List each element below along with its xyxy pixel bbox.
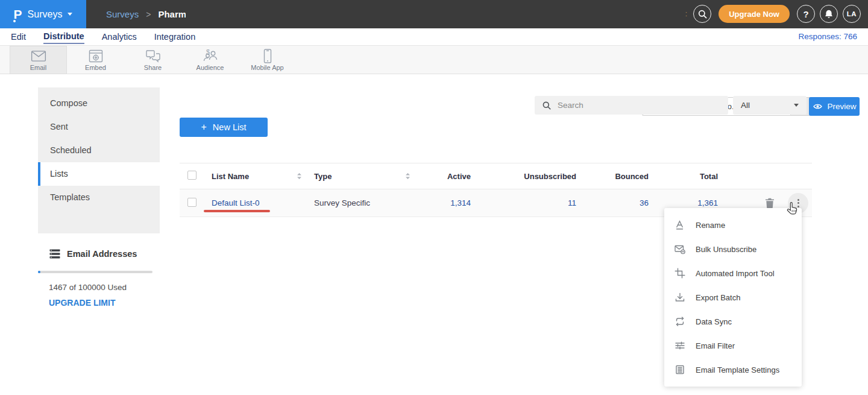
unsubscribed-count[interactable]: 11: [471, 198, 576, 207]
search-icon: [697, 8, 708, 19]
menu-item-label: Rename: [696, 221, 725, 230]
channel-share-label: Share: [144, 64, 162, 71]
email-filter-icon: [675, 340, 685, 351]
channel-audience-label: Audience: [197, 64, 224, 71]
channel-share[interactable]: Share: [124, 46, 181, 74]
email-addresses-panel: Email Addresses 1467 of 100000 Used UPGR…: [38, 233, 160, 308]
header-list-name: List Name: [212, 172, 249, 181]
menu-item-label: Bulk Unsubscribe: [696, 245, 756, 254]
audience-icon: $: [202, 49, 219, 63]
sort-icon[interactable]: [402, 171, 413, 182]
questionpro-logo-icon: P: [14, 8, 22, 21]
list-bars-icon: [49, 249, 61, 259]
survey-subnav: Edit Distribute Analytics Integration Re…: [0, 28, 868, 46]
distribute-toolbar: Email Embed Share: [0, 46, 868, 74]
notifications-button[interactable]: [820, 5, 838, 23]
list-actions-menu: Rename Bulk Unsubscribe Automated Import…: [664, 208, 802, 387]
truncated-text: :: [685, 10, 687, 18]
automated-import-icon: [675, 268, 685, 279]
delete-list-button[interactable]: [765, 198, 775, 209]
header-active: Active: [423, 172, 471, 181]
search-button[interactable]: [693, 5, 711, 23]
menu-item-label: Automated Import Tool: [696, 269, 775, 278]
email-sidebar: Compose Sent Scheduled Lists Templates E…: [38, 87, 160, 308]
email-usage-progress-fill: [38, 271, 40, 273]
bounced-count[interactable]: 36: [576, 198, 649, 207]
list-type: Survey Specific: [314, 198, 370, 207]
channel-mobile-app[interactable]: Mobile App: [239, 46, 296, 74]
search-icon: [541, 100, 552, 111]
top-navbar: P Surveys Surveys > Pharma : Upgrade Now…: [0, 0, 868, 28]
channel-embed-label: Embed: [85, 64, 106, 71]
caret-down-icon: [68, 13, 72, 16]
mobile-icon: [259, 49, 276, 63]
help-button[interactable]: ?: [797, 5, 815, 23]
table-header-row: List Name Type Active Unsubscribed Bounc…: [180, 163, 812, 189]
select-all-checkbox[interactable]: [187, 171, 197, 180]
sort-icon[interactable]: [294, 171, 304, 182]
red-annotation-underline: [204, 210, 270, 212]
email-icon: [30, 49, 47, 63]
share-icon: [145, 49, 162, 63]
search-input[interactable]: [558, 101, 722, 110]
trash-icon: [765, 198, 775, 209]
embed-icon: [87, 49, 104, 63]
menu-item-automated-import[interactable]: Automated Import Tool: [664, 261, 802, 285]
menu-item-email-template-settings[interactable]: Email Template Settings: [664, 358, 802, 382]
sidebar-item-templates[interactable]: Templates: [38, 186, 160, 209]
menu-item-bulk-unsubscribe[interactable]: Bulk Unsubscribe: [664, 237, 802, 261]
row-checkbox[interactable]: [187, 198, 197, 207]
menu-item-label: Export Batch: [696, 293, 740, 302]
active-count[interactable]: 1,314: [423, 198, 471, 207]
list-name-link[interactable]: Default List-0: [212, 198, 260, 207]
email-template-settings-icon: [675, 364, 685, 375]
channel-email-label: Email: [30, 64, 47, 71]
header-bounced: Bounced: [576, 172, 649, 181]
menu-item-rename[interactable]: Rename: [664, 213, 802, 237]
breadcrumb-survey-name: Pharma: [158, 9, 186, 19]
total-count[interactable]: 1,361: [649, 198, 718, 207]
header-unsubscribed: Unsubscribed: [471, 172, 576, 181]
responses-count[interactable]: Responses: 766: [798, 32, 857, 41]
menu-item-export-batch[interactable]: Export Batch: [664, 285, 802, 309]
tab-integration[interactable]: Integration: [154, 31, 196, 43]
channel-audience[interactable]: $ Audience: [181, 46, 239, 74]
tab-edit[interactable]: Edit: [11, 31, 26, 43]
filter-dropdown[interactable]: All: [733, 96, 807, 115]
menu-item-data-sync[interactable]: Data Sync: [664, 309, 802, 333]
data-sync-icon: [675, 316, 685, 327]
product-switcher-label: Surveys: [28, 9, 63, 20]
preview-button[interactable]: Preview: [809, 97, 860, 116]
sidebar-item-lists[interactable]: Lists: [38, 162, 160, 186]
breadcrumb-surveys-link[interactable]: Surveys: [106, 9, 139, 19]
filter-dropdown-value: All: [741, 101, 750, 110]
channel-mobile-label: Mobile App: [251, 64, 283, 71]
export-batch-icon: [675, 292, 685, 303]
upgrade-now-button[interactable]: Upgrade Now: [719, 5, 790, 23]
plus-icon: +: [201, 122, 207, 133]
header-type: Type: [314, 172, 332, 181]
menu-item-label: Email Filter: [696, 341, 735, 350]
eye-icon: [812, 101, 823, 112]
breadcrumb: Surveys > Pharma: [106, 0, 186, 28]
product-switcher[interactable]: P Surveys: [0, 0, 86, 28]
tab-analytics[interactable]: Analytics: [102, 31, 137, 43]
caret-down-icon: [794, 104, 799, 107]
bell-icon: [823, 8, 834, 19]
new-list-button[interactable]: + New List: [180, 118, 268, 137]
email-usage-progressbar: [38, 271, 153, 273]
sidebar-item-compose[interactable]: Compose: [38, 92, 160, 115]
list-search-box: [535, 96, 728, 115]
new-list-button-label: New List: [213, 122, 247, 132]
kebab-icon: [797, 199, 799, 201]
tab-distribute[interactable]: Distribute: [43, 30, 84, 44]
sidebar-item-scheduled[interactable]: Scheduled: [38, 139, 160, 162]
channel-embed[interactable]: Embed: [67, 46, 124, 74]
menu-item-email-filter[interactable]: Email Filter: [664, 333, 802, 358]
menu-item-label: Email Template Settings: [696, 365, 779, 374]
bulk-unsubscribe-icon: [675, 244, 685, 254]
channel-email[interactable]: Email: [10, 46, 67, 74]
sidebar-item-sent[interactable]: Sent: [38, 115, 160, 139]
upgrade-limit-link[interactable]: UPGRADE LIMIT: [49, 298, 153, 308]
avatar[interactable]: LA: [843, 5, 861, 23]
